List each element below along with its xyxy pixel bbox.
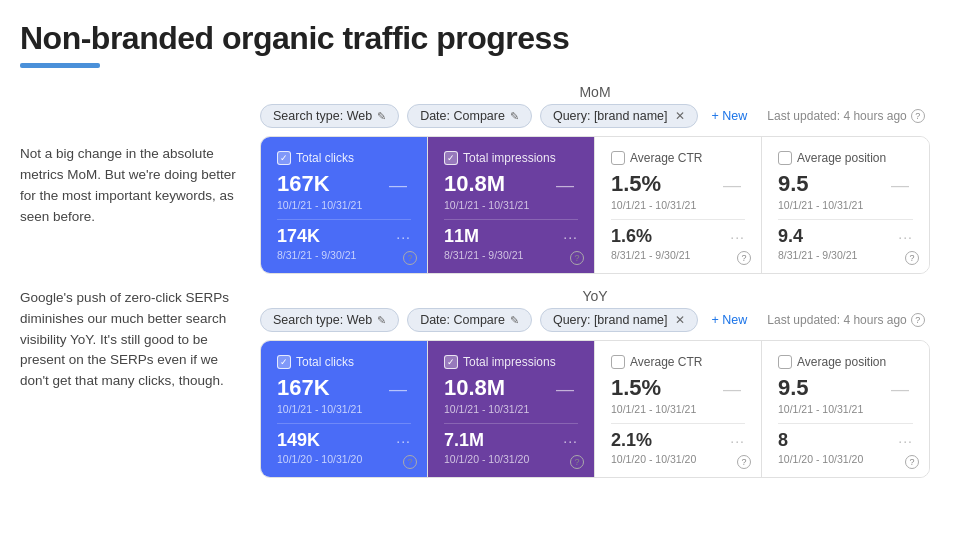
metric-divider-average-position-mom — [778, 219, 913, 220]
metric-help-icon-total-impressions-mom[interactable]: ? — [570, 247, 584, 265]
section-yoy: YoYSearch type: Web✎Date: Compare✎Query:… — [260, 288, 930, 478]
metric-value2-total-impressions-yoy: 7.1M — [444, 430, 484, 451]
metric-row2-total-impressions-mom: 11M··· — [444, 226, 578, 247]
metric-row1-average-ctr-mom: 1.5%— — [611, 171, 745, 197]
filter-chip-date-compare-0[interactable]: Date: Compare✎ — [407, 104, 532, 128]
metric-card-average-position-mom: Average position9.5—10/1/21 - 10/31/219.… — [762, 137, 929, 273]
metric-header-total-clicks-yoy: Total clicks — [277, 355, 411, 369]
last-updated-mom: Last updated: 4 hours ago? — [767, 109, 924, 123]
metric-card-average-position-yoy: Average position9.5—10/1/21 - 10/31/218·… — [762, 341, 929, 477]
metric-header-average-position-mom: Average position — [778, 151, 913, 165]
metric-card-total-clicks-yoy: Total clicks167K—10/1/21 - 10/31/21149K·… — [261, 341, 428, 477]
metric-dots-total-clicks-mom[interactable]: ··· — [396, 229, 411, 245]
help-icon-yoy[interactable]: ? — [911, 313, 925, 327]
metric-title-total-impressions-yoy: Total impressions — [463, 355, 556, 369]
metric-card-average-ctr-mom: Average CTR1.5%—10/1/21 - 10/31/211.6%··… — [595, 137, 762, 273]
filter-chip-query-brand-0[interactable]: Query: [brand name]✕ — [540, 104, 698, 128]
metric-row1-total-impressions-mom: 10.8M— — [444, 171, 578, 197]
metric-date1-average-position-yoy: 10/1/21 - 10/31/21 — [778, 403, 913, 415]
metric-date1-total-impressions-mom: 10/1/21 - 10/31/21 — [444, 199, 578, 211]
metrics-grid-yoy: Total clicks167K—10/1/21 - 10/31/21149K·… — [260, 340, 930, 478]
metric-header-average-ctr-yoy: Average CTR — [611, 355, 745, 369]
metric-title-total-impressions-mom: Total impressions — [463, 151, 556, 165]
metric-dots-average-position-mom[interactable]: ··· — [898, 229, 913, 245]
metric-title-average-ctr-mom: Average CTR — [630, 151, 702, 165]
metrics-grid-mom: Total clicks167K—10/1/21 - 10/31/21174K·… — [260, 136, 930, 274]
metric-row1-average-position-yoy: 9.5— — [778, 375, 913, 401]
edit-icon-search-type-0[interactable]: ✎ — [377, 110, 386, 123]
metric-title-average-position-mom: Average position — [797, 151, 886, 165]
filter-bar-yoy: Search type: Web✎Date: Compare✎Query: [b… — [260, 308, 930, 332]
metric-date1-average-ctr-yoy: 10/1/21 - 10/31/21 — [611, 403, 745, 415]
metric-card-total-clicks-mom: Total clicks167K—10/1/21 - 10/31/21174K·… — [261, 137, 428, 273]
filter-chip-query-brand-1[interactable]: Query: [brand name]✕ — [540, 308, 698, 332]
metric-date1-total-clicks-yoy: 10/1/21 - 10/31/21 — [277, 403, 411, 415]
edit-icon-date-compare-0[interactable]: ✎ — [510, 110, 519, 123]
edit-icon-date-compare-1[interactable]: ✎ — [510, 314, 519, 327]
metric-divider-total-clicks-mom — [277, 219, 411, 220]
metric-help-icon-average-ctr-yoy[interactable]: ? — [737, 451, 751, 469]
close-icon-query-brand-1[interactable]: ✕ — [675, 313, 685, 327]
metric-row2-total-impressions-yoy: 7.1M··· — [444, 430, 578, 451]
metric-dots-total-impressions-mom[interactable]: ··· — [563, 229, 578, 245]
metric-help-icon-average-position-yoy[interactable]: ? — [905, 451, 919, 469]
metric-date1-total-clicks-mom: 10/1/21 - 10/31/21 — [277, 199, 411, 211]
metric-row1-average-position-mom: 9.5— — [778, 171, 913, 197]
metric-dots-total-impressions-yoy[interactable]: ··· — [563, 433, 578, 449]
metric-checkbox-average-position-yoy[interactable] — [778, 355, 792, 369]
metric-help-icon-inner-total-clicks-mom: ? — [403, 251, 417, 265]
metric-checkbox-total-clicks-mom[interactable] — [277, 151, 291, 165]
metric-help-icon-total-clicks-yoy[interactable]: ? — [403, 451, 417, 469]
section-label-yoy: YoY — [260, 288, 930, 304]
metric-title-total-clicks-yoy: Total clicks — [296, 355, 354, 369]
add-new-button-mom[interactable]: + New — [706, 105, 754, 127]
close-icon-query-brand-0[interactable]: ✕ — [675, 109, 685, 123]
metric-header-average-ctr-mom: Average CTR — [611, 151, 745, 165]
filter-chip-date-compare-1[interactable]: Date: Compare✎ — [407, 308, 532, 332]
metric-header-average-position-yoy: Average position — [778, 355, 913, 369]
add-new-button-yoy[interactable]: + New — [706, 309, 754, 331]
metric-checkbox-total-impressions-yoy[interactable] — [444, 355, 458, 369]
metric-help-icon-inner-average-position-yoy: ? — [905, 455, 919, 469]
filter-label-date-compare-1: Date: Compare — [420, 313, 505, 327]
metric-row2-average-ctr-mom: 1.6%··· — [611, 226, 745, 247]
metric-dots-average-ctr-mom[interactable]: ··· — [730, 229, 745, 245]
help-icon-mom[interactable]: ? — [911, 109, 925, 123]
metric-value1-total-impressions-mom: 10.8M — [444, 171, 505, 197]
metric-row1-total-clicks-mom: 167K— — [277, 171, 411, 197]
metric-divider-total-impressions-yoy — [444, 423, 578, 424]
metric-dots-total-clicks-yoy[interactable]: ··· — [396, 433, 411, 449]
metric-checkbox-average-ctr-mom[interactable] — [611, 151, 625, 165]
metric-checkbox-total-clicks-yoy[interactable] — [277, 355, 291, 369]
metric-divider-total-clicks-yoy — [277, 423, 411, 424]
metric-help-icon-average-ctr-mom[interactable]: ? — [737, 247, 751, 265]
metric-value2-total-impressions-mom: 11M — [444, 226, 479, 247]
metric-checkbox-total-impressions-mom[interactable] — [444, 151, 458, 165]
metric-row2-average-ctr-yoy: 2.1%··· — [611, 430, 745, 451]
metric-dash1-average-ctr-yoy: — — [723, 379, 741, 400]
metric-date1-total-impressions-yoy: 10/1/21 - 10/31/21 — [444, 403, 578, 415]
metric-card-total-impressions-mom: Total impressions10.8M—10/1/21 - 10/31/2… — [428, 137, 595, 273]
metric-divider-average-ctr-yoy — [611, 423, 745, 424]
metric-card-average-ctr-yoy: Average CTR1.5%—10/1/21 - 10/31/212.1%··… — [595, 341, 762, 477]
page: Non-branded organic traffic progress Not… — [0, 0, 960, 498]
metric-checkbox-average-ctr-yoy[interactable] — [611, 355, 625, 369]
metric-value1-average-position-yoy: 9.5 — [778, 375, 809, 401]
metric-help-icon-inner-total-clicks-yoy: ? — [403, 455, 417, 469]
metric-dots-average-ctr-yoy[interactable]: ··· — [730, 433, 745, 449]
metric-checkbox-average-position-mom[interactable] — [778, 151, 792, 165]
metric-value1-total-clicks-mom: 167K — [277, 171, 330, 197]
metric-value2-average-ctr-yoy: 2.1% — [611, 430, 652, 451]
edit-icon-search-type-1[interactable]: ✎ — [377, 314, 386, 327]
metric-date2-average-ctr-mom: 8/31/21 - 9/30/21 — [611, 249, 745, 261]
filter-label-search-type-1: Search type: Web — [273, 313, 372, 327]
metric-dots-average-position-yoy[interactable]: ··· — [898, 433, 913, 449]
metric-help-icon-average-position-mom[interactable]: ? — [905, 247, 919, 265]
metric-help-icon-total-clicks-mom[interactable]: ? — [403, 247, 417, 265]
metric-help-icon-total-impressions-yoy[interactable]: ? — [570, 451, 584, 469]
filter-chip-search-type-1[interactable]: Search type: Web✎ — [260, 308, 399, 332]
metric-header-total-clicks-mom: Total clicks — [277, 151, 411, 165]
metric-row2-average-position-mom: 9.4··· — [778, 226, 913, 247]
metric-date1-average-ctr-mom: 10/1/21 - 10/31/21 — [611, 199, 745, 211]
filter-chip-search-type-0[interactable]: Search type: Web✎ — [260, 104, 399, 128]
